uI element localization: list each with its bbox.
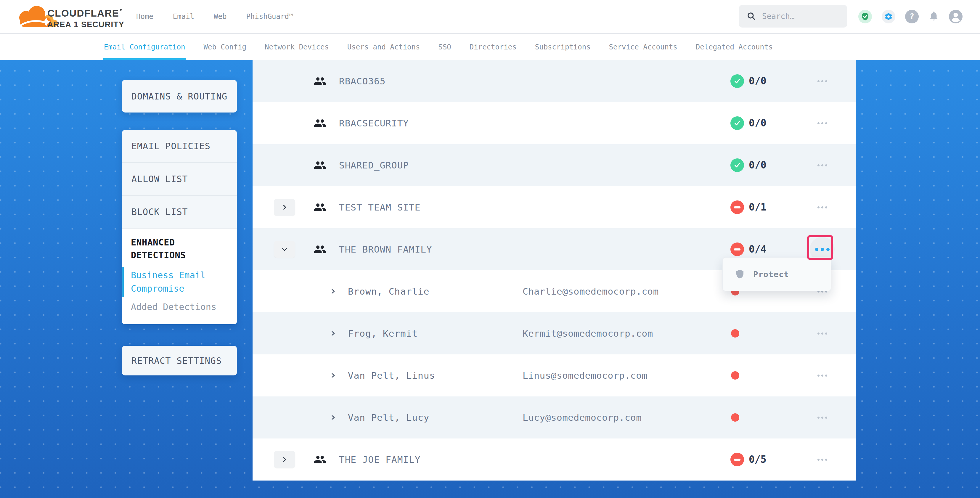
group-name: RBACSECURITY xyxy=(339,102,409,144)
row-actions-menu-icon[interactable] xyxy=(814,102,830,144)
table-row-group[interactable]: THE JOE FAMILY 0/5 xyxy=(253,439,856,480)
member-email: Charlie@somedemocorp.com xyxy=(523,270,659,312)
group-people-icon xyxy=(313,159,327,172)
sidebar-item-email-policies[interactable]: EMAIL POLICIES xyxy=(122,130,237,163)
group-people-icon xyxy=(313,243,327,256)
tab-web-config[interactable]: Web Config xyxy=(204,34,247,60)
row-actions-menu-icon[interactable] xyxy=(814,144,830,186)
status-minus-badge xyxy=(730,453,744,466)
sidebar-item-added-detections[interactable]: Added Detections xyxy=(131,302,228,312)
group-name: SHARED_GROUP xyxy=(339,144,409,186)
row-actions-menu-icon[interactable] xyxy=(814,60,830,102)
sidebar-item-retract-settings[interactable]: RETRACT SETTINGS xyxy=(122,346,237,375)
table-row-member[interactable]: Frog, Kermit Kermit@somedemocorp.com xyxy=(253,312,856,355)
table-row-group[interactable]: SHARED_GROUP 0/0 xyxy=(253,144,856,186)
status-minus-badge xyxy=(730,200,744,214)
status-check-badge xyxy=(730,158,744,172)
shield-status-icon[interactable] xyxy=(858,10,872,23)
app-root: CLOUDFLARE AREA 1 SECURITY Home Email We… xyxy=(0,0,980,498)
nav-web[interactable]: Web xyxy=(214,13,226,21)
menu-item-protect[interactable]: Protect xyxy=(753,270,789,279)
protected-count: 0/1 xyxy=(749,186,767,228)
primary-nav: Home Email Web PhishGuard™ xyxy=(136,0,293,33)
row-actions-menu-icon[interactable] xyxy=(814,186,830,228)
sidebar-section-enhanced-detections: ENHANCED DETECTIONS Business Email Compr… xyxy=(122,229,237,324)
trademark-dot xyxy=(120,9,122,11)
click-target-highlight-box xyxy=(807,235,833,260)
member-name: Van Pelt, Lucy xyxy=(348,396,429,439)
collapse-row-button[interactable] xyxy=(274,241,295,258)
member-name: Brown, Charlie xyxy=(348,270,429,312)
brand-subtitle: AREA 1 SECURITY xyxy=(48,21,124,29)
member-chevron-icon[interactable] xyxy=(330,372,336,379)
nav-home[interactable]: Home xyxy=(136,13,153,21)
sidebar-policies-card: EMAIL POLICIES ALLOW LIST BLOCK LIST ENH… xyxy=(122,130,237,324)
tab-service-accounts[interactable]: Service Accounts xyxy=(609,34,678,60)
status-minus-badge xyxy=(730,242,744,256)
member-email: Lucy@somedemocorp.com xyxy=(523,396,641,439)
group-people-icon xyxy=(313,453,327,466)
group-people-icon xyxy=(313,117,327,130)
settings-gear-icon[interactable] xyxy=(882,10,895,23)
nav-email[interactable]: Email xyxy=(173,13,194,21)
search-box[interactable] xyxy=(739,5,847,27)
group-name: THE JOE FAMILY xyxy=(339,439,420,480)
account-icon[interactable] xyxy=(949,10,963,23)
table-row-member[interactable]: Van Pelt, Lucy Lucy@somedemocorp.com xyxy=(253,396,856,439)
secondary-tab-bar: Email Configuration Web Config Network D… xyxy=(0,34,980,60)
tab-subscriptions[interactable]: Subscriptions xyxy=(535,34,591,60)
protected-count: 0/5 xyxy=(749,439,767,480)
header-icon-cluster: ? xyxy=(858,10,963,23)
row-actions-menu-icon[interactable] xyxy=(814,396,830,439)
shield-icon xyxy=(735,269,745,280)
status-check-badge xyxy=(730,74,744,88)
sidebar-item-domains-routing[interactable]: DOMAINS & ROUTING xyxy=(122,80,237,113)
search-input[interactable] xyxy=(762,11,840,21)
tab-sso[interactable]: SSO xyxy=(438,34,451,60)
tab-network-devices[interactable]: Network Devices xyxy=(265,34,329,60)
group-people-icon xyxy=(313,75,327,88)
notifications-bell-icon[interactable] xyxy=(929,10,939,23)
member-chevron-icon[interactable] xyxy=(330,415,336,420)
table-row-group[interactable]: TEST TEAM SITE 0/1 xyxy=(253,186,856,228)
brand-name: CLOUDFLARE xyxy=(48,8,119,19)
search-icon xyxy=(747,11,756,21)
protected-count: 0/0 xyxy=(749,102,767,144)
sidebar-item-allow-list[interactable]: ALLOW LIST xyxy=(122,163,237,196)
expand-row-button[interactable] xyxy=(274,451,295,468)
group-name: THE BROWN FAMILY xyxy=(339,228,432,270)
active-item-indicator-bar xyxy=(122,267,124,297)
tab-users-and-actions[interactable]: Users and Actions xyxy=(347,34,420,60)
row-context-menu: Protect xyxy=(722,257,831,291)
tab-delegated-accounts[interactable]: Delegated Accounts xyxy=(696,34,773,60)
status-check-badge xyxy=(730,116,744,130)
table-row-member[interactable]: Van Pelt, Linus Linus@somedemocorp.com xyxy=(253,355,856,396)
table-row-group[interactable]: RBACSECURITY 0/0 xyxy=(253,102,856,144)
member-name: Frog, Kermit xyxy=(348,312,418,355)
help-icon[interactable]: ? xyxy=(905,10,919,23)
nav-phishguard[interactable]: PhishGuard™ xyxy=(246,13,293,21)
brand-wordmark: CLOUDFLARE AREA 1 SECURITY xyxy=(48,8,124,29)
enhanced-detections-title[interactable]: ENHANCED DETECTIONS xyxy=(131,236,220,261)
protected-count: 0/0 xyxy=(749,144,767,186)
row-actions-menu-icon[interactable] xyxy=(814,312,830,355)
sidebar-item-block-list[interactable]: BLOCK LIST xyxy=(122,196,237,229)
sidebar-item-business-email-compromise[interactable]: Business Email Compromise xyxy=(131,269,214,295)
row-actions-menu-icon[interactable] xyxy=(814,355,830,396)
member-email: Kermit@somedemocorp.com xyxy=(523,312,653,355)
table-row-group[interactable]: RBACO365 0/0 xyxy=(253,60,856,102)
expand-row-button[interactable] xyxy=(274,199,295,216)
protected-count: 0/0 xyxy=(749,60,767,102)
unprotected-dot xyxy=(731,329,739,337)
member-chevron-icon[interactable] xyxy=(330,288,336,294)
unprotected-dot xyxy=(731,413,739,422)
tab-email-configuration[interactable]: Email Configuration xyxy=(104,34,185,60)
tab-directories[interactable]: Directories xyxy=(469,34,517,60)
member-chevron-icon[interactable] xyxy=(330,331,336,336)
group-name: TEST TEAM SITE xyxy=(339,186,420,228)
group-name: RBACO365 xyxy=(339,60,385,102)
member-email: Linus@somedemocorp.com xyxy=(523,355,648,396)
row-actions-menu-icon[interactable] xyxy=(814,439,830,480)
group-people-icon xyxy=(313,201,327,214)
top-header: CLOUDFLARE AREA 1 SECURITY Home Email We… xyxy=(0,0,980,34)
